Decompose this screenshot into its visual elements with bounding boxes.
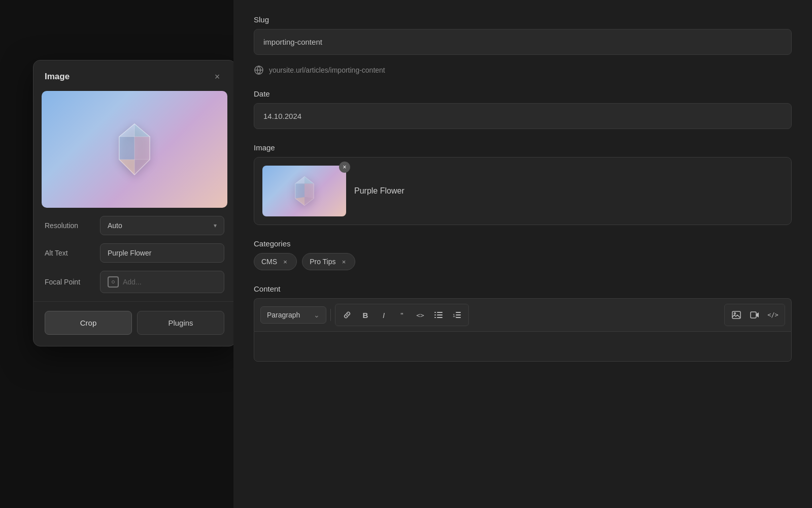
content-section: Content Paragraph ⌄ B I " <> (254, 284, 792, 362)
resolution-value: Auto (108, 221, 122, 230)
focal-point-input[interactable]: Add... (100, 271, 224, 293)
dialog-title: Image (45, 72, 70, 82)
main-panel: Slug importing-content yoursite.url/arti… (233, 0, 812, 508)
categories-tags: CMS × Pro Tips × (254, 253, 792, 270)
svg-marker-2 (119, 124, 134, 137)
focal-point-field-row: Focal Point Add... (45, 271, 224, 293)
tag-cms: CMS × (254, 253, 297, 270)
svg-rect-19 (434, 312, 436, 313)
image-dialog: Image × Resolution Auto ▾ Alt (33, 60, 236, 346)
svg-marker-5 (119, 160, 134, 175)
svg-marker-1 (134, 124, 150, 137)
url-display: yoursite.url/articles/importing-content (269, 66, 385, 74)
toolbar-format-group: B I " <> 1. (335, 304, 469, 326)
paragraph-label: Paragraph (267, 311, 300, 319)
image-filename: Purple Flower (354, 186, 404, 196)
toolbar-divider-1 (330, 309, 331, 321)
categories-label: Categories (254, 239, 792, 248)
dialog-divider (33, 301, 235, 302)
dialog-image-preview (42, 91, 227, 208)
plugins-button[interactable]: Plugins (137, 311, 224, 335)
toolbar-image-button[interactable] (728, 306, 745, 324)
svg-rect-22 (437, 314, 443, 315)
toolbar-italic-button[interactable]: I (375, 306, 392, 324)
resolution-label: Resolution (45, 221, 93, 230)
dialog-header: Image × (33, 60, 235, 91)
svg-marker-17 (295, 197, 304, 206)
toolbar-video-button[interactable] (746, 306, 763, 324)
focal-placeholder: Add... (123, 278, 142, 286)
image-thumb-wrapper: × (262, 166, 346, 216)
svg-rect-28 (456, 317, 461, 318)
toolbar-embed-button[interactable]: </> (764, 306, 782, 324)
thumbnail-crystal-icon (292, 175, 317, 207)
svg-rect-23 (434, 317, 436, 318)
tag-pro-tips-remove[interactable]: × (340, 258, 348, 266)
editor-body[interactable] (254, 331, 792, 362)
svg-rect-26 (456, 312, 461, 313)
svg-marker-3 (119, 137, 134, 160)
crop-button[interactable]: Crop (45, 311, 132, 335)
svg-rect-29 (732, 311, 740, 319)
crystal-image (112, 121, 157, 177)
tag-pro-tips-label: Pro Tips (310, 258, 335, 266)
svg-marker-15 (295, 184, 304, 199)
svg-marker-4 (134, 137, 150, 160)
toolbar-quote-button[interactable]: " (393, 306, 411, 324)
content-label: Content (254, 284, 792, 293)
svg-rect-24 (437, 317, 443, 318)
svg-marker-6 (134, 160, 150, 175)
svg-marker-18 (304, 197, 314, 206)
chevron-down-icon: ▾ (214, 222, 217, 229)
svg-rect-21 (434, 314, 436, 315)
svg-rect-31 (751, 312, 756, 318)
resolution-dropdown[interactable]: Auto ▾ (100, 216, 224, 235)
date-section: Date 14.10.2024 (254, 89, 792, 129)
globe-icon (254, 65, 264, 75)
dialog-close-button[interactable]: × (210, 70, 224, 84)
image-thumbnail (262, 166, 346, 216)
focal-point-label: Focal Point (45, 278, 93, 286)
toolbar-code-button[interactable]: <> (412, 306, 429, 324)
image-remove-button[interactable]: × (339, 162, 350, 173)
image-entry: × Purple Flower (254, 157, 792, 225)
tag-cms-label: CMS (261, 258, 277, 266)
toolbar-insert-group: </> (724, 304, 785, 326)
tag-pro-tips: Pro Tips × (302, 253, 355, 270)
categories-section: Categories CMS × Pro Tips × (254, 239, 792, 270)
image-section: Image × Purple Flower (254, 143, 792, 225)
resolution-field-row: Resolution Auto ▾ (45, 216, 224, 235)
editor-toolbar: Paragraph ⌄ B I " <> (254, 298, 792, 331)
svg-rect-27 (456, 314, 461, 315)
alt-text-label: Alt Text (45, 249, 93, 257)
url-row: yoursite.url/articles/importing-content (254, 65, 792, 75)
dialog-fields: Resolution Auto ▾ Alt Text Purple Flower… (33, 216, 235, 293)
chevron-down-icon: ⌄ (314, 311, 320, 319)
svg-point-30 (734, 313, 736, 314)
slug-section: Slug importing-content yoursite.url/arti… (254, 15, 792, 75)
svg-marker-16 (304, 184, 314, 199)
focal-dot (112, 280, 115, 283)
alt-text-value: Purple Flower (108, 249, 151, 257)
date-label: Date (254, 89, 792, 98)
tag-cms-remove[interactable]: × (281, 258, 289, 266)
date-input[interactable]: 14.10.2024 (254, 103, 792, 129)
slug-label: Slug (254, 15, 792, 24)
alt-text-field-row: Alt Text Purple Flower (45, 243, 224, 263)
alt-text-input[interactable]: Purple Flower (100, 243, 224, 263)
toolbar-link-button[interactable] (339, 306, 356, 324)
toolbar-unordered-list-button[interactable] (430, 306, 447, 324)
svg-rect-20 (437, 312, 443, 313)
toolbar-ordered-list-button[interactable]: 1. (448, 306, 465, 324)
paragraph-select[interactable]: Paragraph ⌄ (260, 306, 326, 324)
slug-input[interactable]: importing-content (254, 29, 792, 55)
focal-point-icon (108, 276, 119, 288)
image-label: Image (254, 143, 792, 152)
toolbar-bold-button[interactable]: B (357, 306, 374, 324)
dialog-buttons: Crop Plugins (33, 311, 235, 346)
